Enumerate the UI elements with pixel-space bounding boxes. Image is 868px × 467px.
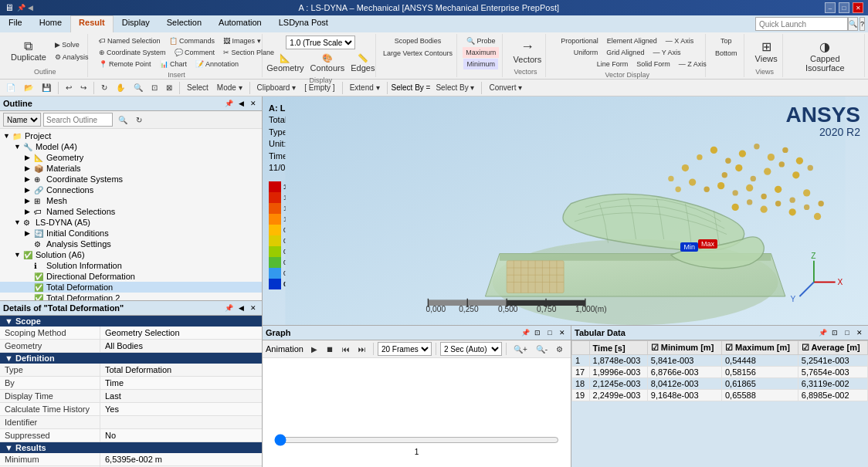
tab-automation[interactable]: Automation: [210, 15, 270, 32]
extend-button[interactable]: Extend ▾: [347, 82, 383, 93]
tab-display[interactable]: Display: [114, 15, 158, 32]
tree-item-model[interactable]: ▼ 🔧 Model (A4): [0, 141, 262, 152]
named-selection-button[interactable]: 🏷 Named Selection: [96, 36, 164, 46]
table-row[interactable]: 18 2,1245e-003 8,0412e-003 0,61865 6,311…: [572, 378, 868, 390]
scale-select[interactable]: 1.0 (True Scale): [286, 36, 355, 49]
top-button[interactable]: Top: [717, 36, 735, 46]
outline-name-select[interactable]: Name: [3, 113, 41, 127]
x-axis-button[interactable]: — X Axis: [663, 36, 697, 46]
tabular-close-button[interactable]: ✕: [854, 327, 865, 338]
details-val-display-time[interactable]: Last: [100, 390, 262, 402]
close-button[interactable]: ✕: [853, 2, 863, 13]
tree-toggle-initial[interactable]: ▶: [25, 229, 32, 237]
stop-button[interactable]: ⏹: [323, 343, 337, 355]
comment-button[interactable]: 💬 Comment: [171, 47, 219, 58]
tabular-float-button[interactable]: ⊡: [829, 327, 840, 338]
help-button[interactable]: ?: [860, 17, 865, 31]
speed-select[interactable]: 2 Sec (Auto): [440, 342, 502, 356]
graph-float-button[interactable]: ⊡: [532, 327, 543, 338]
tree-item-named-selections[interactable]: ▶ 🏷 Named Selections: [0, 206, 262, 217]
tree-item-solution[interactable]: ▼ ✅ Solution (A6): [0, 249, 262, 260]
tree-item-lsdyna[interactable]: ▼ ⚙ LS-DYNA (A5): [0, 217, 262, 228]
tree-toggle-named-sel[interactable]: ▶: [25, 208, 32, 215]
tab-selection[interactable]: Selection: [158, 15, 210, 32]
section-definition[interactable]: ▼ Definition: [0, 353, 262, 364]
convert-button[interactable]: Convert ▾: [486, 82, 525, 93]
tree-item-analysis-settings[interactable]: ⚙ Analysis Settings: [0, 239, 262, 249]
tab-result[interactable]: Result: [70, 15, 114, 32]
tree-item-coordinate[interactable]: ▶ ⊕ Coordinate Systems: [0, 174, 262, 184]
tree-item-sol-info[interactable]: ℹ Solution Information: [0, 260, 262, 271]
tree-toggle-model[interactable]: ▼: [14, 143, 22, 151]
z-axis-button[interactable]: — Z Axis: [676, 59, 710, 69]
tab-home[interactable]: Home: [31, 15, 70, 32]
zoom-box-button[interactable]: ⊠: [163, 82, 175, 93]
outline-restore-button[interactable]: ◀: [236, 98, 246, 109]
tree-item-initial-cond[interactable]: ▶ 🔄 Initial Conditions: [0, 228, 262, 239]
probe-button[interactable]: 🔍 Probe: [463, 36, 499, 46]
edges-button[interactable]: 📏Edges: [348, 51, 377, 75]
col-minimum[interactable]: ☑ Minimum [m]: [647, 341, 721, 355]
next-frame-button[interactable]: ⏭: [355, 343, 369, 355]
fit-button[interactable]: ⊡: [148, 82, 161, 93]
play-button[interactable]: ▶: [308, 343, 320, 355]
frames-select[interactable]: 20 Frames: [378, 342, 432, 356]
tree-item-total-deform[interactable]: ✅ Total Deformation: [0, 282, 262, 293]
new-button[interactable]: 📄: [3, 82, 19, 93]
chart-button[interactable]: 📊 Chart: [157, 59, 191, 69]
rotate-button[interactable]: ↻: [98, 82, 110, 93]
outline-close-button[interactable]: ✕: [248, 98, 259, 109]
remote-point-button[interactable]: 📍 Remote Point: [96, 59, 154, 69]
tree-toggle-materials[interactable]: ▶: [25, 164, 32, 172]
details-val-minimum[interactable]: 6,5395e-002 m: [100, 453, 262, 465]
redo-button[interactable]: ↪: [77, 82, 90, 93]
details-val-calc-history[interactable]: Yes: [100, 403, 262, 415]
tree-item-connections[interactable]: ▶ 🔗 Connections: [0, 184, 262, 195]
details-val-type[interactable]: Total Deformation: [100, 364, 262, 376]
tree-item-materials[interactable]: ▶ 📦 Materials: [0, 163, 262, 174]
quick-launch-search-icon[interactable]: 🔍: [848, 17, 858, 31]
section-results[interactable]: ▼ Results: [0, 442, 262, 453]
duplicate-button[interactable]: ⧉ Duplicate: [8, 39, 49, 63]
geometry-button[interactable]: 📐Geometry: [264, 51, 306, 75]
tree-toggle-mesh[interactable]: ▶: [25, 197, 32, 205]
tree-item-dir-deform[interactable]: ✅ Directional Deformation: [0, 271, 262, 282]
graph-pin-button[interactable]: 📌: [520, 327, 531, 338]
details-val-scoping[interactable]: Geometry Selection: [100, 327, 262, 339]
minimize-button[interactable]: –: [825, 2, 836, 13]
analysis-button[interactable]: ⚙ Analysis: [52, 52, 92, 63]
tree-toggle-solution[interactable]: ▼: [14, 251, 22, 259]
minimum-button[interactable]: Minimum: [463, 59, 498, 69]
large-vertex-button[interactable]: Large Vertex Contours: [380, 48, 456, 59]
viewport[interactable]: A: LS-DYNA Total Deformation Type: Total…: [263, 96, 868, 325]
select-by-button[interactable]: Select By ▾: [432, 82, 477, 93]
tabular-maximize-button[interactable]: □: [842, 327, 853, 338]
annotation-button[interactable]: 📝 Annotation: [192, 59, 242, 69]
bottom-button[interactable]: Bottom: [712, 48, 741, 59]
proportional-button[interactable]: Proportional: [558, 36, 602, 46]
tabular-pin-button[interactable]: 📌: [817, 327, 828, 338]
details-restore-button[interactable]: ◀: [236, 303, 246, 313]
clipboard-button[interactable]: Clipboard ▾: [254, 82, 300, 93]
capped-isosurface-button[interactable]: ◑ Capped Isosurface: [791, 38, 860, 74]
tab-lsdyna-post[interactable]: LSDyna Post: [270, 15, 337, 32]
scoped-bodies-button[interactable]: Scoped Bodies: [392, 36, 445, 46]
tree-item-project[interactable]: ▼ 📁 Project: [0, 130, 262, 141]
maximize-button[interactable]: □: [839, 2, 849, 13]
tree-item-mesh[interactable]: ▶ ⊞ Mesh: [0, 195, 262, 206]
element-aligned-button[interactable]: Element Aligned: [604, 36, 660, 46]
grid-aligned-button[interactable]: Grid Aligned: [603, 47, 647, 58]
save-button[interactable]: 💾: [39, 82, 54, 93]
tree-toggle-connections[interactable]: ▶: [25, 186, 32, 194]
tree-toggle-coordinate[interactable]: ▶: [25, 175, 32, 183]
col-time[interactable]: Time [s]: [589, 341, 647, 355]
outline-refresh-button[interactable]: ↻: [133, 114, 145, 126]
tree-item-total-deform2[interactable]: ✅ Total Deformation 2: [0, 293, 262, 300]
mode-button[interactable]: Mode ▾: [214, 82, 246, 93]
commands-button[interactable]: 📋 Commands: [166, 36, 219, 46]
table-row[interactable]: 19 2,2499e-003 9,1648e-003 0,65588 6,898…: [572, 390, 868, 401]
solve-button[interactable]: ▶ Solve: [52, 39, 92, 50]
empty-button[interactable]: [ Empty ]: [301, 82, 337, 93]
outline-search-button[interactable]: 🔍: [115, 114, 131, 126]
details-val-geometry[interactable]: All Bodies: [100, 340, 262, 352]
